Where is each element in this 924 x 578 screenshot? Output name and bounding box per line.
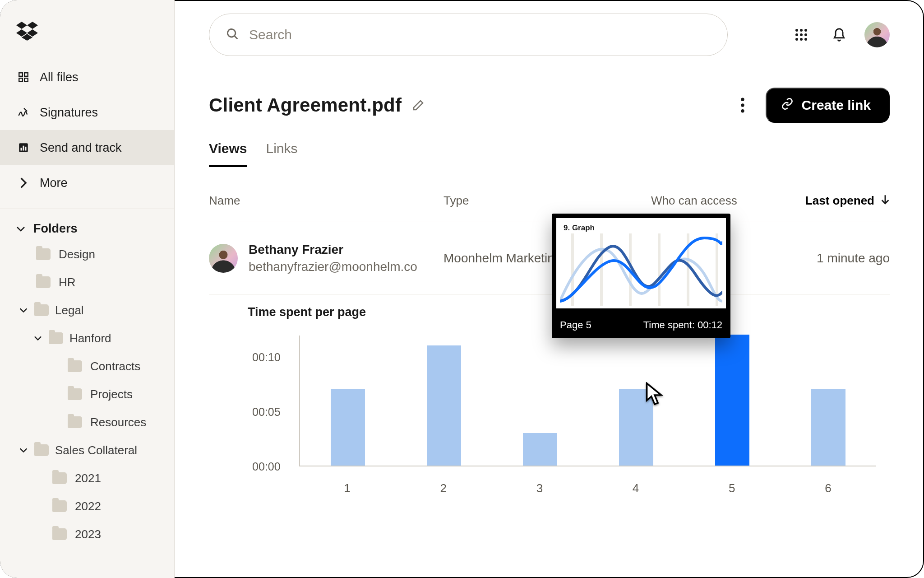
chevron-down-icon (16, 224, 25, 233)
chart-x-labels: 123456 (299, 481, 876, 495)
th-name[interactable]: Name (209, 194, 444, 208)
th-access[interactable]: Who can access (651, 194, 768, 208)
folders-header[interactable]: Folders (0, 214, 174, 240)
folder-2022[interactable]: 2022 (0, 492, 174, 520)
svg-point-18 (800, 33, 803, 36)
svg-point-19 (804, 33, 807, 36)
th-last-opened-label: Last opened (805, 194, 874, 208)
chart-x-label: 6 (780, 481, 876, 495)
chart-bar-icon (17, 141, 30, 154)
folders-label: Folders (33, 222, 78, 236)
chevron-down-icon (19, 446, 28, 455)
tab-views[interactable]: Views (209, 141, 247, 167)
svg-point-22 (804, 38, 807, 41)
apps-grid-button[interactable] (789, 22, 814, 47)
folder-legal[interactable]: Legal (0, 296, 174, 324)
svg-rect-7 (19, 78, 23, 82)
folder-icon (34, 444, 49, 456)
nav-all-files[interactable]: All files (0, 60, 174, 95)
folder-label: Legal (55, 303, 84, 317)
chart-x-label: 4 (588, 481, 684, 495)
folder-label: HR (59, 275, 76, 289)
svg-rect-12 (25, 147, 26, 151)
svg-marker-0 (16, 22, 27, 29)
chart-bar[interactable] (427, 345, 461, 466)
chart-bar[interactable] (619, 389, 653, 466)
chart-bar[interactable] (331, 389, 365, 466)
folder-label: Projects (90, 387, 133, 401)
more-actions-button[interactable] (731, 94, 754, 117)
folder-icon (36, 248, 51, 260)
svg-rect-5 (19, 73, 23, 76)
chart-bar[interactable] (523, 433, 557, 466)
nav-signatures[interactable]: Signatures (0, 95, 174, 130)
svg-marker-1 (27, 22, 38, 29)
svg-rect-8 (24, 78, 28, 82)
folder-icon (52, 528, 67, 540)
folder-label: 2021 (75, 471, 101, 485)
chart-y-label: 00:10 (252, 351, 281, 364)
chart-x-label: 1 (299, 481, 395, 495)
sidebar: All files Signatures Send and track More (0, 0, 175, 578)
chart-x-label: 5 (684, 481, 780, 495)
viewer-name: Bethany Frazier (249, 242, 417, 257)
folder-contracts[interactable]: Contracts (0, 352, 174, 380)
chart-bar[interactable] (811, 389, 845, 466)
table-header: Name Type Who can access Last opened (209, 179, 890, 222)
chart-bar[interactable] (715, 335, 749, 466)
avatar (209, 244, 238, 273)
svg-point-15 (800, 29, 803, 32)
search-icon (226, 27, 239, 42)
svg-point-17 (795, 33, 798, 36)
page-preview-tooltip: 9. Graph Page 5 (552, 214, 730, 338)
user-avatar[interactable] (864, 22, 890, 47)
th-last-opened[interactable]: Last opened (805, 194, 890, 208)
folder-2023[interactable]: 2023 (0, 520, 174, 548)
svg-rect-10 (21, 148, 22, 151)
folder-resources[interactable]: Resources (0, 408, 174, 436)
grid-icon (17, 71, 30, 84)
chart-time-spent: Time spent per page 00:0000:0500:10 1234… (209, 305, 890, 477)
search-field[interactable] (209, 14, 728, 56)
preview-thumbnail: 9. Graph (552, 214, 730, 313)
nav-send-and-track[interactable]: Send and track (0, 130, 174, 165)
folder-icon (52, 472, 67, 484)
nav-label: Send and track (40, 141, 122, 155)
folder-label: Design (59, 247, 95, 261)
folder-hr[interactable]: HR (0, 268, 174, 296)
create-link-label: Create link (802, 98, 871, 113)
folder-icon (34, 304, 49, 316)
table-row[interactable]: Bethany Frazier bethanyfrazier@moonhelm.… (209, 222, 890, 294)
preview-heading: 9. Graph (564, 224, 719, 233)
folder-projects[interactable]: Projects (0, 380, 174, 408)
tab-links[interactable]: Links (266, 141, 298, 167)
notifications-button[interactable] (827, 22, 852, 47)
chevron-down-icon (33, 334, 42, 343)
tabs: Views Links (209, 141, 890, 167)
cell-last-opened: 1 minute ago (817, 251, 890, 266)
folder-2021[interactable]: 2021 (0, 464, 174, 492)
folder-label: Resources (90, 415, 146, 429)
viewer-email: bethanyfrazier@moonhelm.co (249, 260, 417, 274)
edit-title-button[interactable] (411, 98, 425, 112)
folder-sales-collateral[interactable]: Sales Collateral (0, 436, 174, 464)
signature-icon (17, 106, 30, 119)
preview-time: Time spent: 00:12 (643, 319, 722, 331)
topbar (209, 14, 890, 56)
chart-y-label: 00:05 (252, 406, 281, 419)
folder-label: Sales Collateral (55, 443, 137, 457)
search-input[interactable] (249, 27, 711, 42)
preview-page: Page 5 (560, 319, 591, 331)
chevron-right-icon (17, 177, 30, 189)
folder-hanford[interactable]: Hanford (0, 324, 174, 352)
create-link-button[interactable]: Create link (766, 88, 890, 123)
chevron-down-icon (19, 306, 28, 315)
th-type[interactable]: Type (444, 194, 651, 208)
nav-more[interactable]: More (0, 165, 174, 200)
folder-label: Contracts (90, 359, 140, 373)
folder-icon (68, 416, 82, 428)
folder-design[interactable]: Design (0, 240, 174, 268)
nav-label: All files (40, 70, 79, 84)
page-title-row: Client Agreement.pdf Create link (209, 88, 890, 123)
svg-point-25 (741, 109, 744, 112)
